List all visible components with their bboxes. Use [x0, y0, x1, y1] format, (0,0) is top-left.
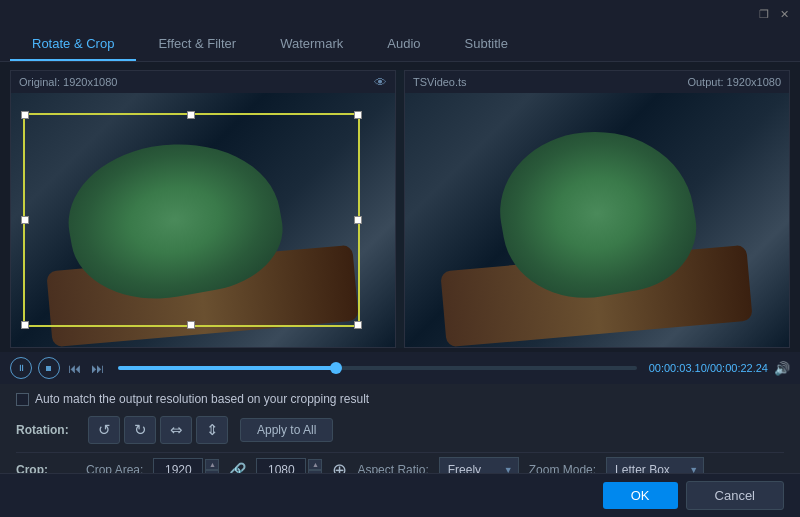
- tab-effect-filter[interactable]: Effect & Filter: [136, 28, 258, 61]
- time-current: 00:00:03.10: [649, 362, 707, 374]
- output-label-bar: TSVideo.ts Output: 1920x1080: [405, 71, 789, 93]
- close-button[interactable]: ✕: [776, 6, 792, 22]
- footer: OK Cancel: [0, 473, 800, 517]
- prev-frame-button[interactable]: ⏮: [66, 361, 83, 376]
- progress-fill: [118, 366, 336, 370]
- rotation-label: Rotation:: [16, 423, 76, 437]
- divider: [16, 452, 784, 453]
- original-canvas: [11, 93, 395, 347]
- auto-match-row: Auto match the output resolution based o…: [16, 392, 784, 406]
- title-bar: ❐ ✕: [0, 0, 800, 28]
- next-frame-button[interactable]: ⏭: [89, 361, 106, 376]
- pause-button[interactable]: ⏸: [10, 357, 32, 379]
- time-display: 00:00:03.10/00:00:22.24: [649, 362, 768, 374]
- auto-match-checkbox[interactable]: [16, 393, 29, 406]
- playback-bar: ⏸ ⏹ ⏮ ⏭ 00:00:03.10/00:00:22.24 🔊: [0, 352, 800, 384]
- original-video-bg: [11, 93, 395, 347]
- tab-watermark[interactable]: Watermark: [258, 28, 365, 61]
- original-label: Original: 1920x1080: [19, 76, 117, 88]
- crop-width-up[interactable]: ▲: [205, 459, 219, 470]
- progress-thumb[interactable]: [330, 362, 342, 374]
- ok-button[interactable]: OK: [603, 482, 678, 509]
- rotate-ccw-button[interactable]: ↺: [88, 416, 120, 444]
- flip-v-button[interactable]: ⇕: [196, 416, 228, 444]
- restore-button[interactable]: ❐: [756, 6, 772, 22]
- output-video-bg: [405, 93, 789, 347]
- video-separator: [396, 70, 404, 348]
- flip-h-button[interactable]: ⇔: [160, 416, 192, 444]
- auto-match-label: Auto match the output resolution based o…: [35, 392, 369, 406]
- rotation-row: Rotation: ↺ ↻ ⇔ ⇕ Apply to All: [16, 416, 784, 444]
- rotate-cw-button[interactable]: ↻: [124, 416, 156, 444]
- original-label-bar: Original: 1920x1080 👁: [11, 71, 395, 93]
- original-video-panel: Original: 1920x1080 👁: [10, 70, 396, 348]
- volume-icon[interactable]: 🔊: [774, 361, 790, 376]
- apply-to-all-button[interactable]: Apply to All: [240, 418, 333, 442]
- video-area: Original: 1920x1080 👁 TSVideo.ts: [0, 62, 800, 352]
- tab-bar: Rotate & Crop Effect & Filter Watermark …: [0, 28, 800, 62]
- eye-icon[interactable]: 👁: [374, 75, 387, 90]
- progress-track[interactable]: [118, 366, 637, 370]
- crop-height-up[interactable]: ▲: [308, 459, 322, 470]
- time-total: 00:00:22.24: [710, 362, 768, 374]
- stop-button[interactable]: ⏹: [38, 357, 60, 379]
- output-label: Output: 1920x1080: [687, 76, 781, 88]
- filename-label: TSVideo.ts: [413, 76, 467, 88]
- output-video-panel: TSVideo.ts Output: 1920x1080: [404, 70, 790, 348]
- output-canvas: [405, 93, 789, 347]
- cancel-button[interactable]: Cancel: [686, 481, 784, 510]
- rotation-buttons: ↺ ↻ ⇔ ⇕: [88, 416, 228, 444]
- tab-subtitle[interactable]: Subtitle: [443, 28, 530, 61]
- tab-audio[interactable]: Audio: [365, 28, 442, 61]
- tab-rotate-crop[interactable]: Rotate & Crop: [10, 28, 136, 61]
